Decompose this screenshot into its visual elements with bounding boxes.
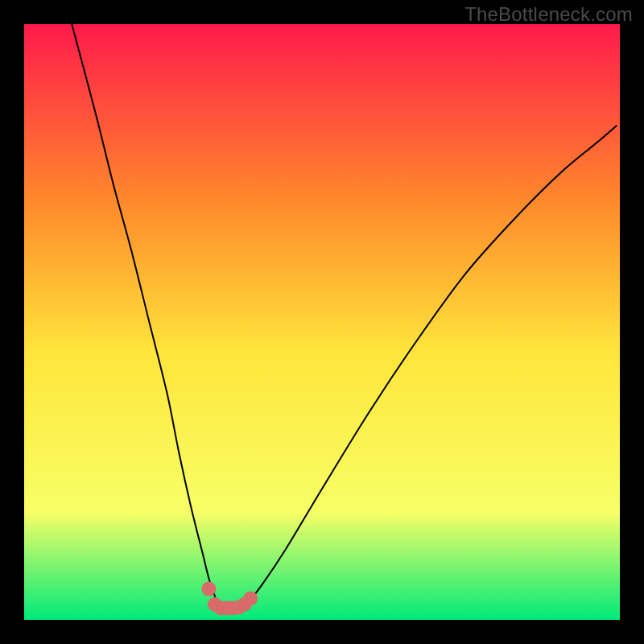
plot-background: [24, 24, 620, 620]
optimal-marker: [201, 582, 216, 597]
optimal-marker: [243, 591, 258, 605]
watermark-text: TheBottleneck.com: [464, 3, 633, 26]
plot-svg: [0, 0, 644, 644]
chart-frame: TheBottleneck.com: [0, 0, 644, 644]
